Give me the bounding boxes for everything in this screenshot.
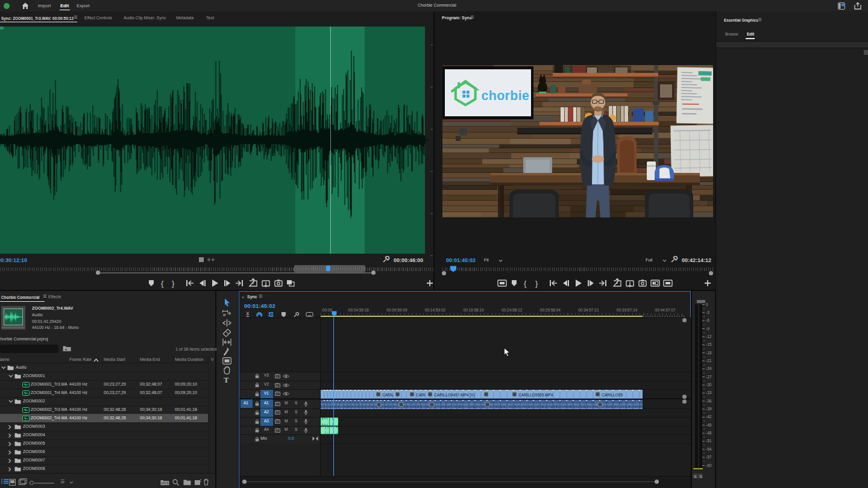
svg-text:CARIL: CARIL: [382, 392, 394, 396]
svg-text:-45: -45: [706, 423, 712, 427]
svg-text:-33: -33: [706, 390, 712, 395]
svg-text:chorbie: chorbie: [481, 89, 529, 103]
svg-text:-39: -39: [706, 407, 712, 411]
svg-text:-6: -6: [706, 318, 709, 322]
svg-text:{: {: [524, 279, 527, 288]
svg-text:-42: -42: [706, 414, 712, 419]
svg-text:CARILLO9505.MP4: CARILLO9505.MP4: [518, 392, 553, 396]
svg-text:-21: -21: [706, 358, 712, 363]
svg-text:-12: -12: [706, 334, 712, 339]
svg-text:-24: -24: [706, 366, 712, 371]
svg-text:-9: -9: [706, 327, 709, 331]
svg-text:{: {: [161, 279, 164, 288]
svg-text:CARI: CARI: [416, 392, 426, 396]
svg-text:-60: -60: [706, 463, 712, 468]
svg-text:CARILLO9497.MP4 [V]: CARILLO9497.MP4 [V]: [434, 392, 474, 397]
svg-text:-27: -27: [706, 375, 712, 379]
svg-text:CARILLO95: CARILLO95: [602, 392, 623, 396]
svg-text:-3: -3: [706, 310, 709, 314]
svg-text:}: }: [535, 279, 538, 288]
svg-text:0: 0: [706, 302, 708, 307]
svg-text:-30: -30: [706, 383, 712, 387]
svg-text:-18: -18: [706, 351, 712, 355]
svg-text:-36: -36: [706, 399, 712, 403]
svg-text:T: T: [224, 375, 229, 384]
svg-text:-54: -54: [706, 447, 712, 451]
svg-text:-48: -48: [706, 431, 712, 435]
svg-text:-51: -51: [706, 439, 712, 443]
svg-text:-57: -57: [706, 455, 712, 459]
svg-text:}: }: [172, 279, 175, 288]
svg-text:-15: -15: [706, 342, 712, 346]
